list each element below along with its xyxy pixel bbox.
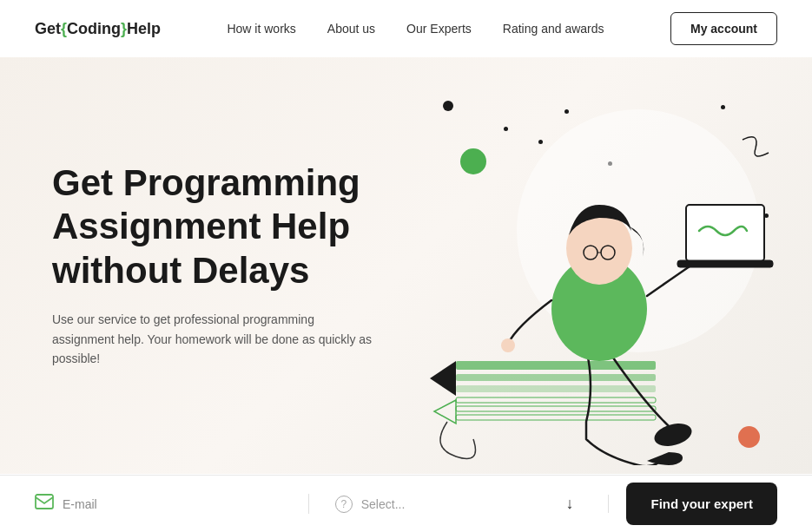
svg-rect-2 bbox=[456, 385, 656, 392]
select-placeholder[interactable]: Select... bbox=[361, 497, 558, 511]
logo-bracket-close: } bbox=[121, 20, 127, 37]
dropdown-arrow-icon: ↓ bbox=[565, 495, 573, 513]
laptop-screen bbox=[686, 205, 764, 261]
nav-about-us[interactable]: About us bbox=[327, 22, 375, 36]
find-expert-button[interactable]: Find your expert bbox=[626, 483, 777, 525]
curl-line bbox=[743, 137, 769, 156]
footer-email-section: E-mail bbox=[35, 494, 309, 514]
svg-rect-8 bbox=[36, 495, 53, 509]
footer-select-section[interactable]: ? Select... ↓ bbox=[309, 495, 610, 513]
logo[interactable]: Get{Coding}Help bbox=[35, 20, 161, 38]
hand-left bbox=[501, 338, 515, 352]
hero-subtitle: Use our service to get professional prog… bbox=[52, 310, 373, 368]
laptop-base bbox=[677, 260, 773, 267]
nav-links: How it works About us Our Experts Rating… bbox=[227, 21, 604, 36]
hero-section: Get Programming Assignment Help without … bbox=[0, 57, 812, 474]
nav-our-experts[interactable]: Our Experts bbox=[406, 22, 472, 36]
hero-title: Get Programming Assignment Help without … bbox=[52, 161, 417, 292]
svg-rect-0 bbox=[456, 361, 656, 370]
spiral-line bbox=[440, 422, 476, 459]
illustration-svg bbox=[378, 92, 777, 465]
svg-rect-5 bbox=[456, 415, 656, 420]
nav-how-it-works[interactable]: How it works bbox=[227, 22, 295, 36]
footer-bar: E-mail ? Select... ↓ Find your expert bbox=[0, 475, 812, 532]
logo-bracket-open: { bbox=[61, 20, 67, 37]
svg-marker-7 bbox=[434, 400, 456, 424]
shoe-left bbox=[647, 452, 683, 465]
hero-illustration bbox=[378, 92, 777, 465]
email-label: E-mail bbox=[63, 497, 97, 511]
svg-rect-4 bbox=[456, 406, 656, 411]
my-account-button[interactable]: My account bbox=[670, 12, 777, 45]
question-icon: ? bbox=[335, 496, 353, 513]
nav-rating-awards[interactable]: Rating and awards bbox=[503, 22, 604, 36]
shoe-right bbox=[652, 420, 695, 450]
arm-left bbox=[508, 300, 551, 344]
email-icon bbox=[35, 494, 54, 514]
navbar: Get{Coding}Help How it works About us Ou… bbox=[0, 0, 812, 57]
hero-text-block: Get Programming Assignment Help without … bbox=[52, 161, 417, 368]
svg-rect-3 bbox=[456, 397, 656, 403]
svg-marker-6 bbox=[430, 361, 456, 396]
